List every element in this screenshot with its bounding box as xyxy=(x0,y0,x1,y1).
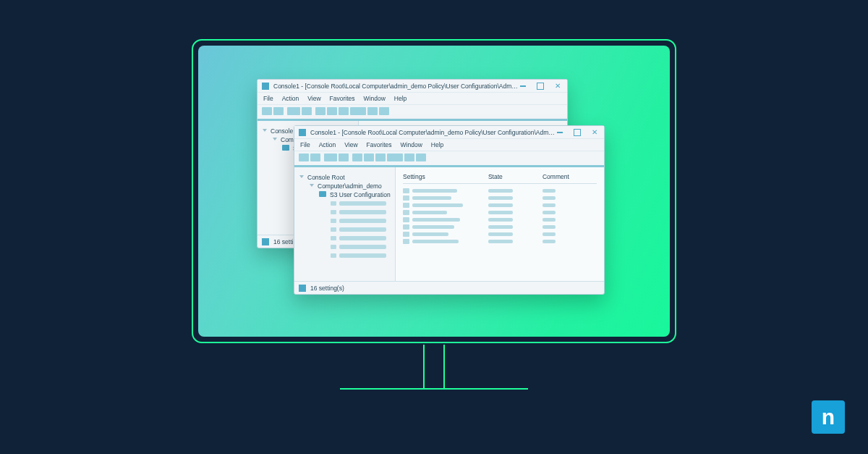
column-header-state[interactable]: State xyxy=(488,173,542,180)
tree-item[interactable] xyxy=(329,243,392,251)
menu-file[interactable]: File xyxy=(263,95,273,102)
tree-node-user-config[interactable]: S3 User Configuration xyxy=(319,190,392,199)
menu-file[interactable]: File xyxy=(300,141,310,148)
tree-node-console-root[interactable]: Console Root xyxy=(299,173,392,182)
toolbar-button[interactable] xyxy=(364,154,374,161)
menu-window[interactable]: Window xyxy=(401,141,422,148)
menu-window[interactable]: Window xyxy=(364,95,386,102)
toolbar-button[interactable] xyxy=(299,154,309,161)
expand-icon[interactable] xyxy=(309,183,315,189)
toolbar-button[interactable] xyxy=(327,107,337,115)
tree-item[interactable] xyxy=(329,208,392,217)
window-titlebar[interactable]: Console1 - [Console Root\Local Computer\… xyxy=(258,80,567,93)
menu-help[interactable]: Help xyxy=(431,141,443,148)
menu-view[interactable]: View xyxy=(307,95,320,102)
toolbar-button[interactable] xyxy=(262,107,272,115)
tree-item[interactable] xyxy=(329,217,392,225)
tree-node-label: S3 User Configuration xyxy=(330,191,391,198)
app-icon xyxy=(262,83,269,90)
close-button[interactable] xyxy=(553,81,563,91)
menu-bar: File Action View Favorites Window Help xyxy=(294,139,604,151)
toolbar-button[interactable] xyxy=(310,154,320,161)
expand-icon[interactable] xyxy=(299,175,305,180)
tree-item[interactable] xyxy=(329,225,392,234)
list-item[interactable] xyxy=(403,239,597,244)
status-text: 16 setting(s) xyxy=(310,285,344,292)
column-header-settings[interactable]: Settings xyxy=(403,173,488,180)
list-item[interactable] xyxy=(403,196,597,201)
menu-favorites[interactable]: Favorites xyxy=(367,141,392,148)
folder-icon xyxy=(282,145,290,152)
toolbar-button[interactable] xyxy=(352,154,362,161)
list-item[interactable] xyxy=(403,224,597,230)
tree-item[interactable] xyxy=(329,251,392,260)
menu-help[interactable]: Help xyxy=(394,95,407,102)
window-title: Console1 - [Console Root\Local Computer\… xyxy=(310,129,555,136)
list-item[interactable] xyxy=(403,203,597,208)
tree-item[interactable] xyxy=(329,234,392,243)
window-controls xyxy=(518,81,563,91)
folder-icon xyxy=(319,191,327,198)
tree-node-label: Computer\admin_demo xyxy=(318,182,382,190)
brand-logo-letter: n xyxy=(822,406,835,428)
tree-item[interactable] xyxy=(329,199,392,208)
status-bar: 16 setting(s) xyxy=(294,281,604,294)
monitor-stand-neck xyxy=(423,345,445,388)
list-item[interactable] xyxy=(403,188,597,193)
toolbar xyxy=(258,105,567,121)
tree-node-computer[interactable]: Computer\admin_demo xyxy=(309,182,392,190)
minimize-button[interactable] xyxy=(518,81,528,91)
toolbar-button[interactable] xyxy=(302,107,312,115)
expand-icon[interactable] xyxy=(262,128,268,134)
window-title: Console1 - [Console Root\Local Computer\… xyxy=(273,83,518,90)
menu-bar: File Action View Favorites Window Help xyxy=(258,93,567,105)
mmc-console-window-front[interactable]: Console1 - [Console Root\Local Computer\… xyxy=(294,125,605,295)
close-button[interactable] xyxy=(590,127,600,138)
menu-action[interactable]: Action xyxy=(282,95,299,102)
toolbar-button[interactable] xyxy=(287,107,300,115)
toolbar-button[interactable] xyxy=(379,107,389,115)
list-item[interactable] xyxy=(403,217,597,222)
brand-logo: n xyxy=(812,400,845,434)
list-item[interactable] xyxy=(403,232,597,237)
maximize-button[interactable] xyxy=(535,81,545,91)
toolbar-button[interactable] xyxy=(404,154,414,161)
expand-icon[interactable] xyxy=(272,137,278,143)
menu-favorites[interactable]: Favorites xyxy=(330,95,355,102)
tree-pane[interactable]: Console Root Computer\admin_demo S3 User… xyxy=(294,167,396,281)
tree-node-label: Console Root xyxy=(307,174,345,181)
column-headers: Settings State Comment xyxy=(403,173,597,184)
status-icon xyxy=(299,285,306,292)
app-icon xyxy=(299,129,306,136)
toolbar-button[interactable] xyxy=(273,107,284,115)
monitor-stand-base xyxy=(340,388,528,390)
window-controls xyxy=(555,127,600,138)
toolbar-button[interactable] xyxy=(375,154,386,161)
toolbar-button[interactable] xyxy=(339,154,349,161)
toolbar-button[interactable] xyxy=(350,107,366,115)
toolbar-button[interactable] xyxy=(387,154,403,161)
list-item[interactable] xyxy=(403,210,597,215)
toolbar xyxy=(294,151,604,167)
status-icon xyxy=(262,238,269,245)
toolbar-button[interactable] xyxy=(315,107,326,115)
menu-action[interactable]: Action xyxy=(319,141,336,148)
menu-view[interactable]: View xyxy=(344,141,357,148)
toolbar-button[interactable] xyxy=(367,107,378,115)
minimize-button[interactable] xyxy=(555,127,565,138)
details-pane[interactable]: Settings State Comment xyxy=(396,167,604,281)
maximize-button[interactable] xyxy=(572,127,582,138)
column-header-comment[interactable]: Comment xyxy=(542,173,597,180)
toolbar-button[interactable] xyxy=(339,107,349,115)
window-titlebar[interactable]: Console1 - [Console Root\Local Computer\… xyxy=(294,126,604,139)
toolbar-button[interactable] xyxy=(416,154,426,161)
toolbar-button[interactable] xyxy=(324,154,337,161)
